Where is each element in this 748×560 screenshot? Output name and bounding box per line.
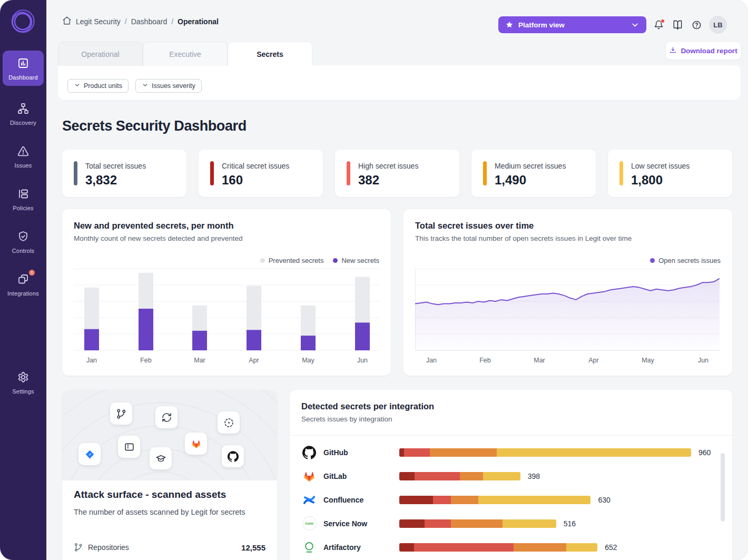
platform-view-button[interactable]: Platform view (498, 16, 646, 33)
download-report-label: Download report (681, 47, 737, 55)
sidebar-item-controls[interactable]: Controls (3, 224, 44, 259)
controls-icon (17, 230, 29, 245)
download-report-button[interactable]: Download report (666, 42, 741, 60)
stat-card: High secret issues382 (335, 150, 459, 197)
asset-row: Repositories12,555 (74, 543, 265, 552)
app-window: DashboardDiscoveryIssuesPoliciesControls… (0, 0, 748, 560)
policies-icon (17, 188, 29, 202)
stacked-bar (399, 519, 556, 528)
integration-row: nowService Now516 (301, 512, 721, 535)
breadcrumb-item[interactable]: Dashboard (131, 17, 168, 26)
stat-value: 382 (358, 173, 379, 188)
stat-label: Total secret issues (85, 162, 146, 170)
bar-chart-title: New and prevented secrets, per month (74, 221, 234, 231)
filter-product-units[interactable]: Product units (67, 79, 129, 93)
integrations-icon (17, 273, 29, 288)
notifications-bell-icon[interactable] (654, 20, 664, 30)
chevron-down-icon (631, 21, 639, 30)
svg-text:Jun: Jun (698, 357, 708, 364)
tab-operational[interactable]: Operational (58, 42, 143, 66)
user-avatar[interactable]: LB (709, 16, 727, 34)
stat-label: Medium secret issues (495, 162, 566, 170)
breadcrumb-separator: / (171, 17, 173, 26)
tab-secrets[interactable]: Secrets (228, 42, 312, 66)
stacked-bar (399, 472, 520, 480)
bar-segment-low (483, 472, 520, 480)
bar-segment-critical (399, 496, 433, 504)
svg-text:Feb: Feb (140, 357, 152, 364)
platform-view-label: Platform view (518, 21, 565, 29)
issues-icon (17, 145, 29, 160)
svg-text:May: May (302, 357, 314, 364)
jira-tile (78, 443, 101, 465)
svg-text:Mar: Mar (534, 357, 545, 364)
stat-cards-row: Total secret issues3,832Critical secret … (62, 150, 732, 197)
sidebar-item-settings[interactable]: Settings (3, 365, 44, 400)
asset-label: Repositories (88, 543, 129, 552)
bar-chart: JanFebMarAprMayJun (74, 262, 379, 367)
sidebar-item-issues[interactable]: Issues (3, 139, 44, 174)
sidebar-item-label: Controls (12, 248, 35, 254)
github-tile (222, 445, 244, 467)
bar-chart-card: New and prevented secrets, per month Mon… (62, 209, 391, 376)
scrollbar-thumb[interactable] (721, 453, 725, 522)
home-icon[interactable] (62, 16, 72, 27)
integration-rows: GitHub960GitLab398Confluence630nowServic… (301, 440, 721, 559)
svg-text:Apr: Apr (588, 357, 598, 364)
stat-label: Critical secret issues (222, 162, 289, 170)
filter-issues-severity[interactable]: Issues severity (135, 79, 202, 93)
git-branch-icon (74, 543, 88, 552)
svg-text:May: May (642, 357, 654, 364)
line-chart-title: Total secret issues over time (415, 221, 534, 231)
bar-segment-medium (451, 519, 503, 528)
panel-icon (124, 441, 135, 453)
svg-text:Jan: Jan (426, 357, 437, 364)
sidebar-item-dashboard[interactable]: Dashboard (3, 51, 44, 86)
legit-logo-icon (7, 6, 38, 37)
bar-segment-low (566, 543, 597, 552)
docs-book-icon[interactable] (673, 20, 683, 30)
bar-segment-low (478, 496, 591, 504)
bar-segment-high (404, 448, 430, 457)
jira-icon (84, 449, 95, 460)
gitlab-tile (185, 433, 207, 455)
integration-value: 516 (564, 519, 576, 528)
bar-segment-high (433, 496, 451, 504)
help-icon[interactable] (692, 20, 702, 30)
dashboard-icon (17, 57, 29, 72)
sidebar-item-policies[interactable]: Policies (3, 181, 44, 217)
git-branch-tile (110, 402, 132, 425)
filter-label: Product units (84, 82, 122, 90)
svg-text:Mar: Mar (194, 357, 205, 364)
bar-segment-medium (514, 543, 566, 552)
stat-label: High secret issues (358, 162, 418, 170)
svg-text:Jun: Jun (357, 357, 368, 364)
severity-color-bar (347, 161, 350, 185)
attack-surface-radar (62, 390, 277, 480)
git-branch-icon (116, 408, 127, 419)
filter-label: Issues severity (152, 82, 195, 90)
attack-surface-subtitle: The number of assets scanned by Legit fo… (74, 508, 245, 516)
stat-value: 1,800 (631, 173, 663, 188)
bar-segment-critical (399, 448, 404, 457)
chevron-down-icon (142, 82, 149, 90)
stat-card: Critical secret issues160 (199, 150, 323, 197)
bar-segment-high (415, 472, 460, 480)
graduation-cap-icon (155, 453, 166, 464)
stat-card: Low secret issues1,800 (608, 150, 732, 197)
tab-executive[interactable]: Executive (143, 42, 228, 66)
panel-tile (118, 436, 140, 458)
integrations-chart-card: Detected secrets per integration Secrets… (290, 390, 732, 560)
sidebar-item-integrations[interactable]: Integrations! (3, 267, 44, 302)
integrations-subtitle: Secrets issues by integration (301, 415, 392, 423)
notification-dot (661, 19, 665, 23)
sidebar-item-discovery[interactable]: Discovery (3, 96, 44, 131)
breadcrumb-item[interactable]: Legit Security (76, 17, 121, 26)
stat-value: 160 (222, 173, 243, 188)
stat-value: 1,490 (495, 173, 526, 188)
severity-color-bar (74, 161, 77, 185)
integration-label: GitHub (323, 448, 399, 457)
integrations-badge: ! (29, 270, 35, 276)
sidebar-item-label: Issues (15, 162, 32, 169)
integration-row: GitLab398 (301, 464, 721, 488)
